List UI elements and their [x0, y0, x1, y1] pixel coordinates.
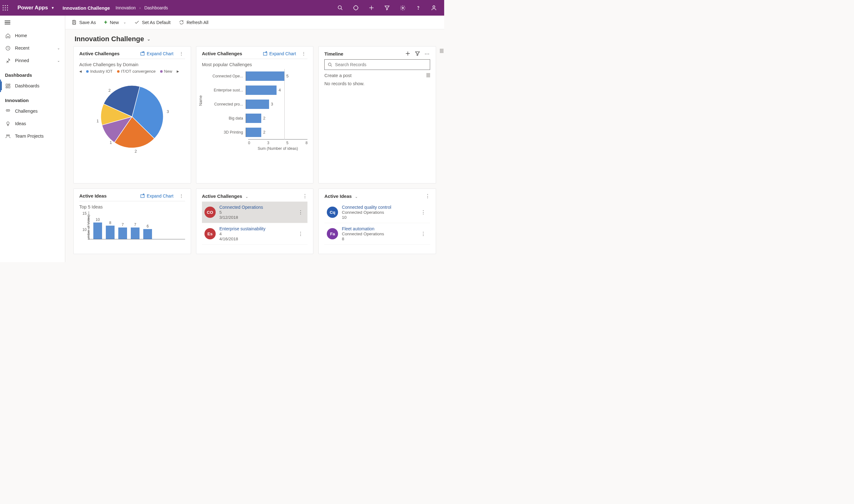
create-post-link[interactable]: Create a post [324, 73, 430, 78]
challenges-list[interactable]: COConnected Operations53/12/2018⋮EsEnter… [202, 202, 308, 252]
card-title[interactable]: Active Challenges⌄ [202, 194, 248, 199]
scrollbar-thumb[interactable] [426, 73, 430, 77]
legend-item[interactable]: IT/OT convergence [117, 69, 156, 74]
hbar-row: Big data2 [208, 111, 308, 125]
person-icon[interactable] [426, 0, 442, 16]
more-icon[interactable]: ⋮ [300, 51, 307, 56]
reference-line [284, 111, 285, 125]
chevron-right-icon: › [140, 6, 141, 10]
save-icon [71, 20, 77, 25]
legend-item[interactable]: New [160, 69, 172, 74]
ideas-list[interactable]: CqConnected quality controlConnected Ope… [324, 202, 430, 252]
sidebar-item-label: Team Projects [15, 133, 44, 139]
hbar-value: 2 [263, 116, 265, 121]
add-icon[interactable] [405, 51, 410, 57]
svg-rect-19 [8, 84, 10, 85]
sidebar-item-label: Pinned [15, 58, 29, 63]
sidebar-item-dashboards[interactable]: Dashboards [0, 79, 65, 92]
legend-next-icon[interactable]: ▶ [177, 70, 179, 73]
sidebar-item-team-projects[interactable]: Team Projects [0, 130, 65, 142]
environment-name[interactable]: Innovation Challenge [63, 5, 110, 11]
more-icon[interactable]: ⋮ [178, 194, 185, 198]
list-item[interactable]: EsEnterprise sustainability44/16/2018⋮ [202, 223, 308, 245]
more-icon[interactable]: ⋮ [419, 231, 428, 237]
card-active-challenges-bar: Active Challenges Expand Chart ⋮ Most po… [196, 46, 314, 183]
record-date: 4/16/2018 [219, 237, 266, 241]
filter-icon[interactable] [415, 51, 420, 57]
reference-line [284, 97, 285, 111]
chart-subtitle: Active Challenges by Domain [79, 62, 185, 67]
hbar-category: Big data [208, 116, 246, 121]
scrollbar-thumb[interactable] [440, 49, 444, 53]
pie-chart: 3 2 1 1 2 [94, 79, 170, 154]
more-icon[interactable]: ⋮ [296, 210, 305, 215]
x-tick: 5 [286, 141, 288, 145]
new-button[interactable]: + New ⌄ [104, 19, 126, 25]
brand[interactable]: Power Apps ▼ [15, 5, 57, 11]
trophy-icon [5, 108, 11, 114]
cmd-label: Set As Default [142, 20, 171, 25]
expand-label: Expand Chart [269, 51, 296, 56]
svg-point-25 [8, 134, 10, 136]
card-title[interactable]: Active Ideas⌄ [324, 194, 358, 199]
empty-message: No records to show. [324, 81, 430, 86]
svg-rect-20 [8, 86, 10, 88]
expand-chart-button[interactable]: Expand Chart [140, 194, 174, 198]
legend-prev-icon[interactable]: ◀ [79, 70, 82, 73]
hamburger-icon[interactable] [0, 16, 15, 29]
sidebar-group-dashboards: Dashboards [0, 67, 65, 79]
sidebar-item-ideas[interactable]: Ideas [0, 118, 65, 130]
expand-chart-button[interactable]: Expand Chart [263, 51, 296, 56]
breadcrumb-item[interactable]: Dashboards [144, 5, 168, 10]
record-count: 8 [342, 237, 384, 241]
legend-item[interactable]: Industry IOT [86, 69, 113, 74]
svg-rect-27 [73, 22, 75, 24]
sidebar-item-label: Dashboards [15, 83, 39, 88]
more-icon[interactable]: ⋮ [296, 231, 305, 237]
target-icon[interactable] [348, 0, 363, 16]
pie-label: 1 [96, 119, 99, 123]
sidebar-item-challenges[interactable]: Challenges [0, 105, 65, 118]
svg-point-2 [7, 5, 8, 6]
filter-icon[interactable] [379, 0, 395, 16]
svg-rect-26 [73, 20, 75, 21]
more-icon[interactable]: ⋮ [178, 51, 185, 56]
list-item[interactable]: FaFleet automationConnected Operations8⋮ [324, 223, 430, 245]
svg-point-32 [328, 63, 331, 66]
svg-point-16 [433, 6, 435, 8]
expand-label: Expand Chart [147, 194, 174, 198]
more-icon[interactable]: ⋮ [425, 193, 430, 199]
brand-label: Power Apps [17, 5, 48, 11]
breadcrumb-item[interactable]: Innovation [115, 5, 136, 10]
saveas-button[interactable]: Save As [71, 20, 96, 25]
sidebar-item-pinned[interactable]: Pinned ⌄ [0, 54, 65, 67]
add-icon[interactable] [363, 0, 379, 16]
search-records[interactable] [324, 59, 430, 70]
search-icon[interactable] [333, 0, 348, 16]
svg-rect-28 [141, 52, 144, 55]
gear-icon[interactable] [395, 0, 410, 16]
more-icon[interactable]: ⋮ [302, 193, 307, 199]
more-icon[interactable]: ⋯ [425, 51, 430, 57]
vbar-bar [118, 228, 127, 239]
sidebar-item-recent[interactable]: Recent ⌄ [0, 42, 65, 54]
expand-chart-button[interactable]: Expand Chart [140, 51, 174, 56]
search-input[interactable] [335, 62, 427, 67]
list-item[interactable]: CqConnected quality controlConnected Ope… [324, 202, 430, 223]
plus-icon: + [104, 19, 107, 25]
hbar-bar [246, 100, 269, 109]
svg-point-11 [354, 6, 358, 10]
page-title[interactable]: Innovation Challenge ⌄ [65, 29, 444, 46]
app-launcher-icon[interactable] [2, 5, 15, 11]
refresh-button[interactable]: Refresh All [179, 20, 209, 25]
setdefault-button[interactable]: Set As Default [134, 20, 171, 25]
sidebar-item-home[interactable]: Home [0, 29, 65, 42]
list-item[interactable]: COConnected Operations53/12/2018⋮ [202, 202, 308, 223]
header-actions [333, 0, 442, 16]
help-icon[interactable] [410, 0, 426, 16]
more-icon[interactable]: ⋮ [419, 210, 428, 215]
svg-point-7 [5, 10, 6, 10]
reference-line [284, 83, 285, 97]
sidebar-item-label: Home [15, 33, 27, 38]
pie-label: 2 [108, 88, 110, 93]
